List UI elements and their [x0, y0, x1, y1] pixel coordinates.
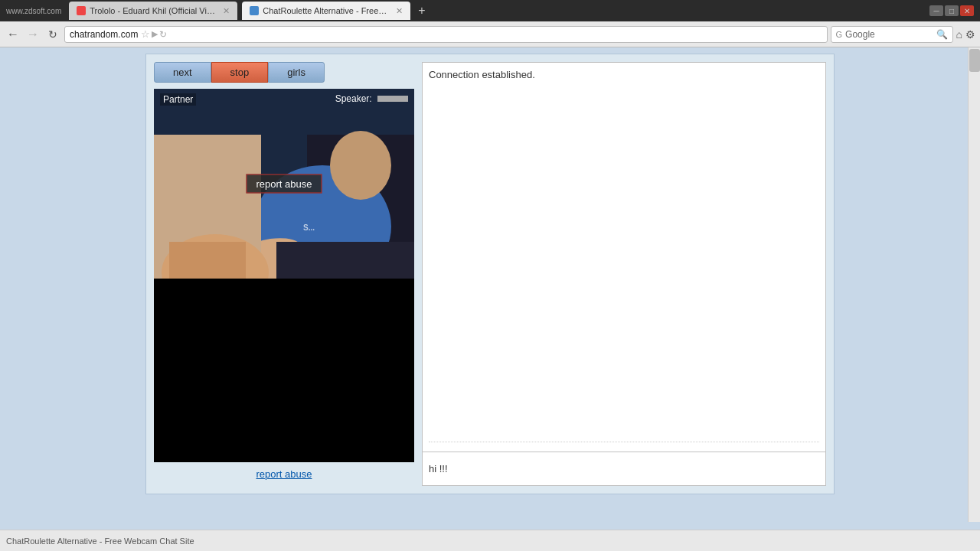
connection-message: Connection established. [429, 69, 535, 80]
report-abuse-link-container: report abuse [154, 462, 414, 486]
address-text: chatrandom.com [70, 29, 138, 40]
bottom-bar: ChatRoulette Alternative - Free Webcam C… [0, 530, 980, 551]
reload-button[interactable]: ↻ [44, 26, 61, 43]
tools-icon[interactable]: ⚙ [965, 28, 975, 41]
reload-small-icon[interactable]: ↻ [159, 29, 167, 40]
next-button[interactable]: next [154, 62, 211, 83]
home-icon[interactable]: ⌂ [956, 28, 962, 41]
chat-input-area[interactable] [422, 452, 826, 486]
forward-button[interactable]: → [24, 26, 41, 43]
tab-trololo[interactable]: Trololo - Eduard Khil (Official Video) .… [69, 2, 237, 20]
close-button[interactable]: ✕ [960, 5, 974, 16]
svg-point-5 [330, 131, 391, 200]
browser-logo: www.zdsoft.com [6, 7, 61, 15]
address-icons: ☆ ▶ ↻ [141, 28, 167, 40]
tab-favicon-1 [77, 6, 86, 15]
speaker-bar [377, 96, 408, 102]
forward-icon: → [27, 28, 39, 41]
new-tab-button[interactable]: + [418, 4, 425, 18]
tab-chatrandom[interactable]: ChatRoulette Alternative - Free Webc... … [242, 2, 410, 20]
svg-text:S...: S... [303, 223, 315, 232]
bottom-bar-text: ChatRoulette Alternative - Free Webcam C… [6, 536, 194, 546]
star-icon[interactable]: ☆ [141, 28, 150, 40]
browser-toolbar: ← → ↻ chatrandom.com ☆ ▶ ↻ G Google 🔍 ⌂ … [0, 21, 980, 47]
self-video [154, 279, 414, 462]
main-content: next stop girls [145, 54, 835, 494]
search-bar[interactable]: G Google 🔍 [831, 26, 953, 43]
minimize-button[interactable]: ─ [929, 5, 943, 16]
back-icon: ← [7, 28, 19, 41]
report-abuse-link[interactable]: report abuse [256, 468, 312, 480]
search-icon[interactable]: 🔍 [936, 29, 948, 40]
left-panel: next stop girls [154, 62, 414, 486]
scrollbar-thumb[interactable] [969, 49, 980, 72]
tab-close-1[interactable]: ✕ [223, 6, 230, 16]
buttons-row: next stop girls [154, 62, 414, 83]
chat-area: Connection established. [422, 62, 826, 452]
window-controls: ─ □ ✕ [929, 5, 974, 16]
chat-divider [429, 442, 819, 442]
back-button[interactable]: ← [5, 26, 21, 43]
tab-favicon-2 [250, 6, 259, 15]
girls-button[interactable]: girls [268, 62, 325, 83]
rss-icon: ▶ [152, 29, 158, 39]
maximize-button[interactable]: □ [945, 5, 959, 16]
tab-title-1: Trololo - Eduard Khil (Official Video) .… [90, 6, 216, 15]
report-abuse-overlay-button[interactable]: report abuse [247, 174, 322, 194]
tab-title-2: ChatRoulette Alternative - Free Webc... [263, 6, 389, 15]
google-icon: G [836, 30, 843, 39]
page: next stop girls [0, 47, 980, 500]
chat-input[interactable] [429, 463, 819, 474]
speaker-label: Speaker: [335, 93, 408, 104]
reload-icon: ↻ [48, 28, 57, 41]
right-panel: Connection established. [422, 62, 826, 486]
svg-rect-6 [276, 242, 414, 279]
svg-rect-10 [169, 242, 246, 279]
address-bar[interactable]: chatrandom.com ☆ ▶ ↻ [64, 26, 828, 43]
stop-button[interactable]: stop [211, 62, 269, 83]
tab-close-2[interactable]: ✕ [396, 6, 403, 16]
browser-titlebar: www.zdsoft.com Trololo - Eduard Khil (Of… [0, 0, 980, 21]
browser-scrollbar[interactable] [968, 47, 980, 522]
search-placeholder: Google [845, 29, 875, 40]
partner-video: S... Partner Speaker: report abuse [154, 89, 414, 279]
partner-label: Partner [160, 93, 196, 106]
